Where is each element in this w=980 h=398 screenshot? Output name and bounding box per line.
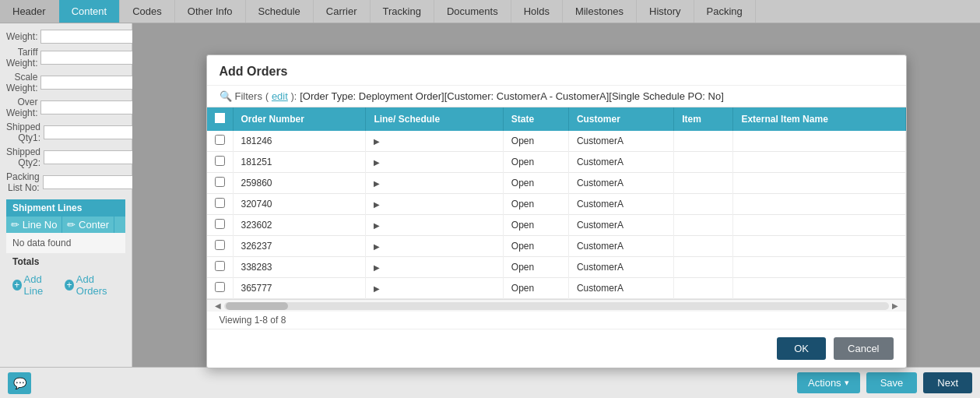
tab-tracking[interactable]: Tracking <box>371 0 434 23</box>
left-panel: Weight: Tariff Weight: Scale Weight: Ove… <box>0 23 132 367</box>
table-row[interactable]: 338283 ▶ Open CustomerA <box>207 257 906 278</box>
actions-button[interactable]: Actions <box>797 372 860 393</box>
shipment-lines-table-header: ✏ Line No ✏ Conter <box>6 217 125 233</box>
modal-table-wrapper: Order Number Line/ Schedule State Custom… <box>207 107 906 299</box>
cell-line-schedule[interactable]: ▶ <box>366 236 503 257</box>
table-row[interactable]: 181251 ▶ Open CustomerA <box>207 152 906 173</box>
tab-content[interactable]: Content <box>59 0 121 23</box>
row-checkbox-cell[interactable] <box>207 131 234 152</box>
cell-order-number: 323602 <box>233 215 366 236</box>
ok-button[interactable]: OK <box>777 337 826 360</box>
cell-customer: CustomerA <box>568 278 673 299</box>
viewing-text: Viewing 1-8 of 8 <box>207 312 906 329</box>
modal-footer: OK Cancel <box>207 329 906 368</box>
tab-carrier[interactable]: Carrier <box>314 0 371 23</box>
row-checkbox-2[interactable] <box>215 177 225 187</box>
tab-schedule[interactable]: Schedule <box>246 0 314 23</box>
tab-codes[interactable]: Codes <box>120 0 175 23</box>
scrollbar-track[interactable] <box>224 302 889 310</box>
row-checkbox-0[interactable] <box>215 135 225 145</box>
cancel-button[interactable]: Cancel <box>834 337 893 360</box>
row-checkbox-5[interactable] <box>215 240 225 250</box>
row-checkbox-7[interactable] <box>215 282 225 292</box>
orders-table: Order Number Line/ Schedule State Custom… <box>207 107 906 299</box>
shipped-qty1-row: Shipped Qty1: <box>6 122 125 143</box>
row-checkbox-3[interactable] <box>215 198 225 208</box>
shipped-qty2-row: Shipped Qty2: <box>6 146 125 168</box>
modal-scrollbar-area: ◀ ▶ <box>207 299 906 312</box>
no-data-text: No data found <box>6 233 125 253</box>
modal-filters: 🔍 Filters (edit): [Order Type: Deploymen… <box>207 86 906 107</box>
col-state: State <box>503 107 568 131</box>
table-row[interactable]: 181246 ▶ Open CustomerA <box>207 131 906 152</box>
totals-row: Totals <box>6 253 125 270</box>
row-checkbox-1[interactable] <box>215 156 225 166</box>
table-row[interactable]: 326237 ▶ Open CustomerA <box>207 236 906 257</box>
select-all-header[interactable] <box>207 107 234 131</box>
cell-line-schedule[interactable]: ▶ <box>366 257 503 278</box>
cell-external-item-name <box>733 152 905 173</box>
row-checkbox-cell[interactable] <box>207 257 234 278</box>
cell-line-schedule[interactable]: ▶ <box>366 194 503 215</box>
add-line-link[interactable]: Add Line <box>12 273 57 297</box>
cell-state: Open <box>503 236 568 257</box>
row-checkbox-cell[interactable] <box>207 236 234 257</box>
next-button[interactable]: Next <box>923 372 972 393</box>
tab-documents[interactable]: Documents <box>434 0 511 23</box>
modal-overlay: Add Orders 🔍 Filters (edit): [Order Type… <box>132 23 980 367</box>
col-external-item-name: External Item Name <box>733 107 905 131</box>
scale-weight-label: Scale Weight: <box>6 72 40 93</box>
cell-order-number: 365777 <box>233 278 366 299</box>
chat-button[interactable]: 💬 <box>8 372 31 394</box>
row-checkbox-cell[interactable] <box>207 152 234 173</box>
weight-label: Weight: <box>6 31 40 42</box>
row-checkbox-cell[interactable] <box>207 173 234 194</box>
scroll-left-arrow[interactable]: ◀ <box>212 301 224 310</box>
filters-edit-link[interactable]: edit <box>272 90 288 102</box>
table-row[interactable]: 259860 ▶ Open CustomerA <box>207 173 906 194</box>
cell-order-number: 181246 <box>233 131 366 152</box>
search-icon: 🔍 <box>220 90 232 102</box>
tab-holds[interactable]: Holds <box>511 0 563 23</box>
weight-row: Weight: <box>6 30 125 44</box>
cell-item <box>674 278 733 299</box>
cell-customer: CustomerA <box>568 194 673 215</box>
row-checkbox-cell[interactable] <box>207 215 234 236</box>
cell-external-item-name <box>733 215 905 236</box>
cell-line-schedule[interactable]: ▶ <box>366 152 503 173</box>
cell-state: Open <box>503 278 568 299</box>
scale-weight-row: Scale Weight: <box>6 72 125 93</box>
cell-order-number: 338283 <box>233 257 366 278</box>
save-button[interactable]: Save <box>866 372 918 393</box>
tab-milestones[interactable]: Milestones <box>563 0 637 23</box>
cell-external-item-name <box>733 236 905 257</box>
cell-external-item-name <box>733 257 905 278</box>
row-checkbox-cell[interactable] <box>207 194 234 215</box>
row-checkbox-4[interactable] <box>215 219 225 229</box>
cell-line-schedule[interactable]: ▶ <box>366 278 503 299</box>
col-customer: Customer <box>568 107 673 131</box>
main-area: Weight: Tariff Weight: Scale Weight: Ove… <box>0 23 980 367</box>
tab-history[interactable]: History <box>637 0 694 23</box>
add-orders-link[interactable]: Add Orders <box>65 273 119 297</box>
shipped-qty2-label: Shipped Qty2: <box>6 146 44 168</box>
table-row[interactable]: 323602 ▶ Open CustomerA <box>207 215 906 236</box>
cell-line-schedule[interactable]: ▶ <box>366 215 503 236</box>
table-row[interactable]: 320740 ▶ Open CustomerA <box>207 194 906 215</box>
cell-line-schedule[interactable]: ▶ <box>366 131 503 152</box>
over-weight-row: Over Weight: <box>6 97 125 118</box>
table-row[interactable]: 365777 ▶ Open CustomerA <box>207 278 906 299</box>
over-weight-label: Over Weight: <box>6 97 40 118</box>
scroll-right-arrow[interactable]: ▶ <box>889 301 901 310</box>
cell-order-number: 259860 <box>233 173 366 194</box>
select-all-checkbox[interactable] <box>215 113 225 123</box>
cell-line-schedule[interactable]: ▶ <box>366 173 503 194</box>
row-checkbox-6[interactable] <box>215 261 225 271</box>
col-line-schedule: Line/ Schedule <box>366 107 503 131</box>
tab-header[interactable]: Header <box>0 0 59 23</box>
cell-customer: CustomerA <box>568 215 673 236</box>
packing-list-no-row: Packing List No: <box>6 171 125 193</box>
tab-other-info[interactable]: Other Info <box>175 0 246 23</box>
row-checkbox-cell[interactable] <box>207 278 234 299</box>
tab-packing[interactable]: Packing <box>694 0 756 23</box>
